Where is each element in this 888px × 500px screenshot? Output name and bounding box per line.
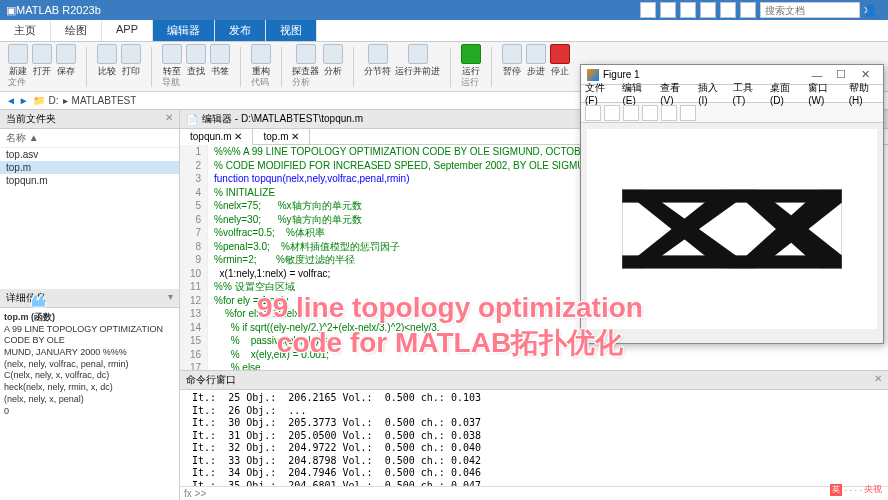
figure-edit-icon[interactable] <box>680 105 696 121</box>
figure-app-icon <box>587 69 599 81</box>
search-input[interactable] <box>760 2 860 18</box>
figure-print-icon[interactable] <box>623 105 639 121</box>
watermark: 英 · · · · 央视 <box>830 483 882 496</box>
run-advance-button[interactable]: 运行并前进 <box>395 44 440 78</box>
analyze-button[interactable]: 分析 <box>323 44 343 78</box>
stop-button[interactable]: 停止 <box>550 44 570 78</box>
figure-menu-bar: 文件(F) 编辑(E) 查看(V) 插入(I) 工具(T) 桌面(D) 窗口(W… <box>581 85 883 103</box>
tab-home[interactable]: 主页 <box>0 20 51 41</box>
panel-close-icon[interactable]: ✕ <box>874 373 882 387</box>
copy-icon[interactable] <box>680 2 696 18</box>
undo-icon[interactable] <box>720 2 736 18</box>
figure-menu-insert[interactable]: 插入(I) <box>698 81 724 106</box>
section-file: 文件 <box>8 76 26 89</box>
tab-app[interactable]: APP <box>102 20 153 41</box>
app-title: MATLAB R2023b <box>16 4 101 16</box>
section-nav: 导航 <box>162 76 180 89</box>
tab-plot[interactable]: 绘图 <box>51 20 102 41</box>
cut-icon[interactable] <box>660 2 676 18</box>
detail-line: C(nelx, nely, x, volfrac, dc) <box>4 370 175 382</box>
tab-view[interactable]: 视图 <box>266 20 317 41</box>
figure-minimize-icon[interactable]: — <box>805 69 829 81</box>
figure-menu-view[interactable]: 查看(V) <box>660 81 690 106</box>
detail-line: (nelx, nely, x, penal) <box>4 394 175 406</box>
overlay-line1: 99 line topology optimization <box>50 290 850 325</box>
figure-pointer-icon[interactable] <box>642 105 658 121</box>
run-button[interactable]: 运行 <box>461 44 481 78</box>
goto-button[interactable]: 转至 <box>162 44 182 78</box>
command-window-title: 命令行窗口✕ <box>180 371 888 390</box>
current-folder-title: 当前文件夹✕ <box>0 110 179 129</box>
figure-save-icon[interactable] <box>604 105 620 121</box>
editor-tab[interactable]: top.m ✕ <box>253 129 310 144</box>
paste-icon[interactable] <box>700 2 716 18</box>
detail-line: heck(nelx, nely, rmin, x, dc) <box>4 382 175 394</box>
user-icon[interactable]: 👤 <box>864 4 878 17</box>
print-button[interactable]: 打印 <box>121 44 141 78</box>
editor-tab[interactable]: topqun.m ✕ <box>180 129 253 145</box>
path-drive[interactable]: D: <box>49 95 59 106</box>
figure-menu-desktop[interactable]: 桌面(D) <box>770 81 800 106</box>
refactor-button[interactable]: 重构 <box>251 44 271 78</box>
find-button[interactable]: 查找 <box>186 44 206 78</box>
step-button[interactable]: 步进 <box>526 44 546 78</box>
figure-maximize-icon[interactable]: ☐ <box>829 68 853 81</box>
new-button[interactable]: 新建 <box>8 44 28 78</box>
overlay-line2: code for MATLAB拓扑优化 <box>50 325 850 360</box>
pause-button[interactable]: 暂停 <box>502 44 522 78</box>
panel-close-icon[interactable]: ✕ <box>165 112 173 126</box>
save-icon[interactable] <box>640 2 656 18</box>
figure-rotate-icon[interactable] <box>661 105 677 121</box>
section-code: 代码 <box>251 76 269 89</box>
section-run: 运行 <box>461 76 479 89</box>
file-item[interactable]: topqun.m <box>0 174 179 187</box>
figure-title-text: Figure 1 <box>603 69 640 80</box>
detail-line: 0 <box>4 406 175 418</box>
overlay-caption: 99 line topology optimization code for M… <box>50 290 850 360</box>
figure-menu-help[interactable]: 帮助(H) <box>849 81 879 106</box>
file-browser[interactable]: 名称 ▲ top.asv top.m topqun.m <box>0 129 179 289</box>
figure-menu-edit[interactable]: 编辑(E) <box>622 81 652 106</box>
figure-menu-window[interactable]: 窗口(W) <box>808 81 840 106</box>
file-item[interactable]: top.asv <box>0 148 179 161</box>
figure-close-icon[interactable]: ✕ <box>853 68 877 81</box>
command-prompt: fx >> <box>184 488 210 499</box>
profiler-button[interactable]: 探查器 <box>292 44 319 78</box>
tab-publish[interactable]: 发布 <box>215 20 266 41</box>
detail-line: (nelx, nely, volfrac, penal, rmin) <box>4 359 175 371</box>
editor-path-text: 编辑器 - D:\MATLABTEST\topqun.m <box>202 112 363 126</box>
command-input-line[interactable]: fx >> <box>180 486 888 500</box>
file-item[interactable]: top.m <box>0 161 179 174</box>
app-logo-icon: ▣ <box>6 4 16 17</box>
save-button[interactable]: 保存 <box>56 44 76 78</box>
watermark-brand: 央视 <box>864 483 882 496</box>
help-icon[interactable] <box>740 2 756 18</box>
app-title-bar: ▣ MATLAB R2023b 👤 — ☐ ✕ <box>0 0 888 20</box>
compare-button[interactable]: 比较 <box>97 44 117 78</box>
command-window-panel: 命令行窗口✕ It.: 25 Obj.: 206.2165 Vol.: 0.50… <box>180 370 888 500</box>
path-folder[interactable]: MATLABTEST <box>72 95 137 106</box>
editor-doc-icon: 📄 <box>186 114 198 125</box>
section-analyze: 分析 <box>292 76 310 89</box>
figure-toolbar <box>581 103 883 123</box>
bookmark-button[interactable]: 书签 <box>210 44 230 78</box>
overlay-quote-icon: ❝ <box>30 290 46 325</box>
topology-plot <box>622 189 842 269</box>
folder-icon[interactable]: 📁 <box>33 95 45 106</box>
watermark-badge: 英 <box>830 484 842 496</box>
quick-access: 👤 <box>640 2 878 18</box>
section-break-button[interactable]: 分节符 <box>364 44 391 78</box>
open-button[interactable]: 打开 <box>32 44 52 78</box>
tab-editor[interactable]: 编辑器 <box>153 20 215 41</box>
command-output[interactable]: It.: 25 Obj.: 206.2165 Vol.: 0.500 ch.: … <box>180 390 888 486</box>
name-column-header[interactable]: 名称 ▲ <box>0 129 179 148</box>
figure-new-icon[interactable] <box>585 105 601 121</box>
figure-menu-tools[interactable]: 工具(T) <box>733 81 762 106</box>
figure-menu-file[interactable]: 文件(F) <box>585 81 614 106</box>
main-tab-strip: 主页 绘图 APP 编辑器 发布 视图 <box>0 20 888 42</box>
watermark-dots: · · · · <box>844 485 862 495</box>
path-back-icon[interactable]: ◄ ► <box>6 95 29 106</box>
